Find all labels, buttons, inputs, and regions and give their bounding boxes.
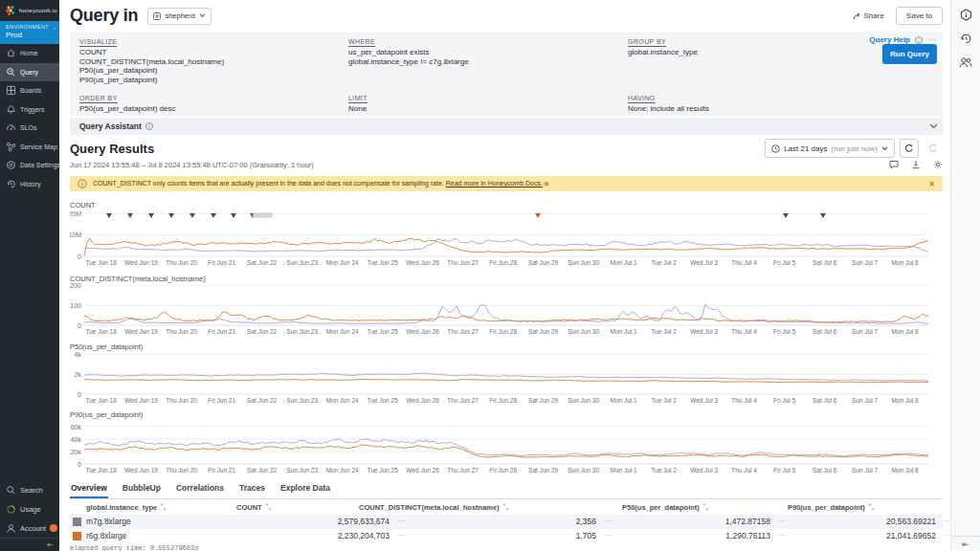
svg-text:0: 0: [78, 253, 81, 260]
col-header-count-distinct[interactable]: COUNT_DISTINCT(meta.local_hostname): [359, 503, 509, 512]
close-icon[interactable]: ✕: [928, 180, 935, 188]
visualize-clause[interactable]: VISUALIZE COUNTCOUNT_DISTINCT(meta.local…: [79, 38, 348, 84]
clause-item[interactable]: P50(us_per_datapoint) desc: [79, 104, 348, 114]
table-row[interactable]: r6g.8xlarge2,230,204,703⋯1,705⋯1,290.761…: [70, 529, 943, 543]
clause-item[interactable]: P50(us_per_datapoint): [79, 66, 348, 76]
sidebar-item-home[interactable]: Home: [0, 44, 59, 63]
sidebar-item-service-map[interactable]: Service Map: [0, 138, 59, 157]
svg-text:Sat Jul 6: Sat Jul 6: [813, 397, 837, 404]
svg-text:Fri Jul 5: Fri Jul 5: [773, 259, 796, 266]
clause-item[interactable]: P90(us_per_datapoint): [79, 76, 348, 85]
svg-text:Thu Jul 4: Thu Jul 4: [731, 397, 757, 404]
usage-icon: [6, 504, 16, 515]
time-range-selector[interactable]: Last 21 days (run just now): [765, 139, 895, 158]
sidebar-collapse-button[interactable]: ⇤: [0, 538, 59, 551]
sidebar-item-label: History: [20, 181, 41, 187]
sidebar-item-triggers[interactable]: Triggers: [0, 100, 59, 120]
col-header-p90[interactable]: P90(us_per_datapoint): [788, 503, 875, 512]
clause-item[interactable]: COUNT_DISTINCT(meta.local_hostname): [79, 57, 348, 67]
svg-text:Sun Jul 7: Sun Jul 7: [852, 397, 878, 404]
sidebar-item-search[interactable]: Search: [0, 480, 59, 499]
svg-text:Thu Jun 27: Thu Jun 27: [447, 259, 479, 266]
save-to-button[interactable]: Save to: [896, 7, 943, 25]
tab-correlations[interactable]: Correlations: [175, 481, 225, 498]
series-color-swatch: [73, 518, 81, 526]
sidebar-item-slos[interactable]: SLOs: [0, 119, 59, 138]
col-header-p50[interactable]: P50(us_per_datapoint): [622, 503, 709, 512]
dataset-selector[interactable]: shepherd: [147, 8, 211, 25]
tab-overview[interactable]: Overview: [70, 481, 108, 498]
share-button[interactable]: Share: [853, 11, 884, 20]
where-clause[interactable]: WHERE us_per_datapoint existsglobal.inst…: [348, 38, 628, 84]
query-assistant-bar[interactable]: Query Assistant i: [70, 118, 943, 135]
svg-text:Mon Jul 1: Mon Jul 1: [611, 467, 638, 474]
table-row[interactable]: m7g.8xlarge2,579,633,674⋯2,356⋯1,472.871…: [70, 515, 943, 529]
gear-icon[interactable]: [933, 160, 943, 169]
svg-text:10M: 10M: [70, 231, 81, 238]
svg-text:Tue Jun 18: Tue Jun 18: [85, 259, 117, 266]
comment-icon[interactable]: [889, 160, 899, 169]
sampling-warning-banner: COUNT_DISTINCT only counts items that ar…: [70, 176, 943, 191]
rerun-query-button[interactable]: [900, 139, 919, 158]
honeycomb-logo[interactable]: honeycomb.io: [0, 0, 59, 21]
svg-text:Wed Jun 26: Wed Jun 26: [406, 328, 439, 335]
sparkline-placeholder: ⋯: [604, 517, 612, 525]
tab-explore-data[interactable]: Explore Data: [279, 481, 331, 498]
tab-bubbleup[interactable]: BubbleUp: [122, 481, 162, 498]
series-r6g.8xlarge: [84, 312, 928, 322]
sidebar-item-history[interactable]: History: [0, 175, 59, 194]
having-header: HAVING: [628, 95, 933, 101]
svg-text:Sun Jun 23: Sun Jun 23: [286, 259, 318, 266]
tab-traces[interactable]: Traces: [238, 481, 266, 498]
sidebar-item-label: Data Settings: [20, 162, 60, 168]
clause-item[interactable]: global.instance_type != c7g.8xlarge: [348, 57, 628, 67]
sidebar-item-usage[interactable]: Usage: [0, 499, 59, 518]
col-header-count[interactable]: COUNT: [236, 503, 272, 512]
clause-item[interactable]: us_per_datapoint exists: [348, 48, 628, 57]
chart-count-distinct-meta-local-hostname-[interactable]: 0100200Tue Jun 18Wed Jun 19Thu Jun 20Fri…: [70, 282, 943, 336]
team-icon[interactable]: [959, 56, 972, 68]
chart-p50-us-per-datapoint-[interactable]: 02k4kTue Jun 18Wed Jun 19Thu Jun 20Fri J…: [70, 350, 943, 405]
svg-text:Wed Jun 26: Wed Jun 26: [406, 397, 439, 404]
more-options-icon[interactable]: ⋯: [927, 35, 935, 44]
chevron-right-icon: ›: [54, 25, 56, 31]
svg-text:40k: 40k: [71, 436, 82, 443]
dataset-name: shepherd: [165, 11, 194, 20]
cell-p90: 21,041.69652: [886, 531, 936, 540]
warning-docs-link[interactable]: Read more in Honeycomb Docs.: [446, 180, 543, 187]
info-hexagon-icon[interactable]: [960, 9, 972, 21]
chart-count[interactable]: 010M20MTue Jun 18Wed Jun 19Thu Jun 20Fri…: [70, 209, 943, 267]
svg-text:0: 0: [78, 391, 81, 398]
clause-item[interactable]: None; include all results: [628, 104, 933, 114]
having-clause[interactable]: HAVING None; include all results: [628, 95, 933, 114]
svg-text:Sun Jul 7: Sun Jul 7: [852, 467, 878, 474]
forward-query-button: [924, 139, 943, 158]
sidebar-item-query[interactable]: Query: [0, 63, 59, 82]
download-icon[interactable]: [911, 160, 921, 169]
history-panel-icon[interactable]: [960, 33, 972, 45]
run-query-button[interactable]: Run Query: [882, 44, 937, 64]
svg-text:Fri Jun 21: Fri Jun 21: [208, 328, 235, 335]
main-content: Query in shepherd Share Save to VISUALIZ…: [59, 0, 950, 551]
query-help-link[interactable]: Query Help i ⋯: [869, 35, 935, 44]
sidebar-item-data-settings[interactable]: Data Settings: [0, 156, 59, 175]
environment-switcher[interactable]: ENVIRONMENT Prod ›: [0, 21, 59, 44]
svg-text:Fri Jun 28: Fri Jun 28: [489, 397, 517, 404]
limit-clause[interactable]: LIMIT None: [348, 95, 628, 114]
logo-text: honeycomb.io: [19, 8, 57, 13]
sidebar-item-boards[interactable]: Boards: [0, 81, 59, 100]
cell-count: 2,230,204,703: [338, 531, 390, 540]
elapsed-query-time: elapsed query time: 0.555279603s: [70, 544, 943, 551]
sidebar-item-account[interactable]: Account: [0, 518, 59, 538]
col-header-instance-type[interactable]: global.instance_type: [86, 503, 167, 512]
sparkline-placeholder: ⋯: [397, 517, 405, 525]
chart-p90-us-per-datapoint-[interactable]: 020k40k60kTue Jun 18Wed Jun 19Thu Jun 20…: [70, 418, 943, 474]
date-range-text: Jun 17 2024 13:55:48 – Jul 8 2024 13:55:…: [70, 161, 314, 169]
order-by-clause[interactable]: ORDER BY P50(us_per_datapoint) desc: [79, 95, 348, 114]
right-rail-collapse-button[interactable]: ⇤: [951, 536, 980, 551]
chevron-down-icon: [199, 13, 206, 18]
svg-text:Mon Jun 24: Mon Jun 24: [326, 397, 359, 404]
clause-item[interactable]: COUNT: [79, 48, 348, 57]
query-icon: [6, 67, 16, 77]
clause-item[interactable]: None: [348, 104, 628, 114]
